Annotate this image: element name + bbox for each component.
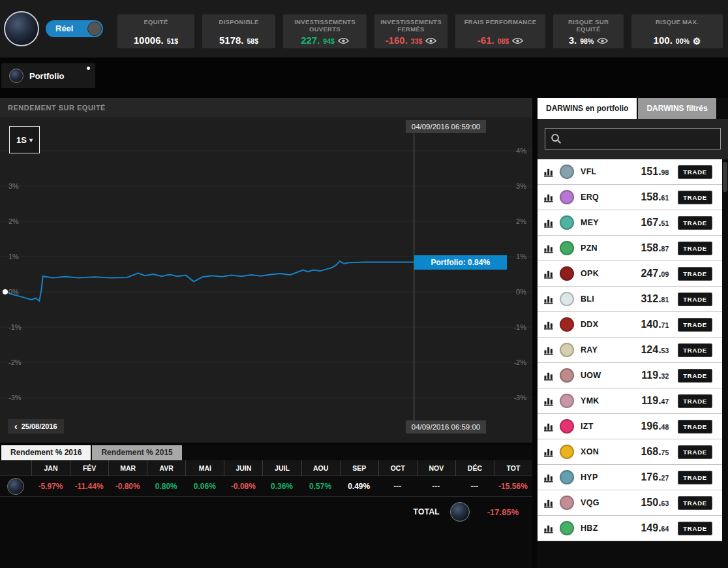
value-int: 3. — [569, 35, 577, 46]
returns-tabs: Rendement % 2016 Rendement % 2015 — [0, 445, 532, 460]
tab-returns-2015[interactable]: Rendement % 2015 — [92, 445, 181, 460]
stat-label: DISPONIBLE — [219, 18, 258, 25]
stat-label: EQUITÉ — [144, 18, 168, 25]
bar-chart-icon[interactable] — [544, 294, 554, 304]
darwin-avatar — [560, 292, 574, 306]
bar-chart-icon[interactable] — [544, 422, 554, 432]
bar-chart-icon[interactable] — [544, 447, 554, 457]
stat-value: 100.00%⚙ — [654, 35, 701, 46]
price-dec: 09 — [661, 270, 669, 278]
darwins-tabs: DARWINS en portfolio DARWINS filtrés — [538, 98, 728, 119]
bar-chart-icon[interactable] — [544, 244, 554, 253]
y-axis-tick: 0% — [8, 287, 19, 296]
bar-chart-icon[interactable] — [544, 269, 554, 279]
real-account-toggle[interactable]: Réel — [46, 20, 103, 37]
darwin-row[interactable]: MEY 167.51 TRADE — [538, 210, 722, 236]
tab-darwins-portfolio[interactable]: DARWINS en portfolio — [538, 98, 637, 119]
value-int: -160. — [386, 35, 408, 46]
nav-tab-row: Portfolio — [0, 57, 728, 98]
value-dec: 94$ — [323, 37, 335, 45]
bar-chart-icon[interactable] — [544, 320, 554, 330]
return-line-chart[interactable] — [0, 118, 532, 443]
chart-body[interactable]: 1S ▾ 04/09/2016 06:59:00 04/09/2016 06:5… — [0, 118, 532, 443]
price-int: 168. — [641, 446, 661, 457]
trade-button[interactable]: TRADE — [678, 420, 712, 434]
trade-button[interactable]: TRADE — [678, 267, 712, 281]
trade-button[interactable]: TRADE — [678, 165, 712, 179]
darwin-row[interactable]: PZN 158.87 TRADE — [538, 236, 722, 261]
darwin-row[interactable]: YMK 119.47 TRADE — [538, 388, 722, 414]
tab-returns-2016[interactable]: Rendement % 2016 — [1, 445, 91, 460]
header-stats: EQUITÉ 10006.51$ DISPONIBLE 5178.58$ INV… — [117, 9, 723, 48]
trade-button[interactable]: TRADE — [678, 292, 712, 306]
y-axis-tick: 2% — [516, 217, 526, 226]
price-int: 247. — [641, 268, 661, 279]
y-axis-tick: 1% — [8, 252, 19, 261]
price-dec: 48 — [661, 423, 669, 431]
trade-button[interactable]: TRADE — [678, 242, 712, 255]
darwin-row[interactable]: XON 168.75 TRADE — [538, 439, 722, 465]
returns-column-header: NOV — [417, 460, 455, 476]
darwin-row[interactable]: VQG 150.63 TRADE — [538, 490, 722, 516]
search-bar — [538, 119, 728, 159]
bar-chart-icon[interactable] — [544, 167, 554, 177]
trade-button[interactable]: TRADE — [678, 369, 712, 383]
search-input[interactable] — [545, 128, 721, 150]
period-selector[interactable]: 1S ▾ — [9, 126, 40, 153]
total-value: -17.85% — [480, 507, 526, 517]
darwin-ticker: MEY — [581, 218, 608, 227]
trade-button[interactable]: TRADE — [678, 394, 712, 408]
trade-button[interactable]: TRADE — [678, 471, 712, 484]
bar-chart-icon[interactable] — [544, 396, 554, 406]
darwin-row[interactable]: BLI 312.81 TRADE — [538, 287, 722, 312]
bar-chart-icon[interactable] — [544, 193, 554, 202]
eye-icon[interactable] — [425, 37, 436, 44]
darwin-row[interactable]: RAY 124.53 TRADE — [538, 338, 722, 363]
trade-button[interactable]: TRADE — [678, 216, 712, 230]
trade-button[interactable]: TRADE — [678, 496, 712, 510]
darwin-price: 176.27 — [627, 471, 669, 483]
darwin-row[interactable]: IZT 196.48 TRADE — [538, 414, 722, 439]
trade-button[interactable]: TRADE — [678, 343, 712, 357]
darwin-row[interactable]: OPK 247.09 TRADE — [538, 261, 722, 287]
darwin-row[interactable]: UOW 119.32 TRADE — [538, 363, 722, 388]
chevron-left-icon: ‹ — [14, 422, 18, 430]
y-axis-tick: -1% — [8, 323, 22, 332]
darwin-price: 158.61 — [627, 191, 669, 203]
scrollbar-thumb[interactable] — [723, 162, 727, 192]
trade-button[interactable]: TRADE — [678, 318, 712, 332]
tab-portfolio[interactable]: Portfolio — [1, 63, 95, 88]
bar-chart-icon[interactable] — [544, 371, 554, 381]
darwin-price: 119.32 — [627, 370, 669, 381]
user-avatar[interactable] — [4, 11, 39, 46]
price-dec: 32 — [661, 372, 669, 380]
tab-darwins-filtered[interactable]: DARWINS filtrés — [638, 98, 716, 119]
returns-column-header: JUIL — [262, 460, 301, 476]
darwin-row[interactable]: HYP 176.27 TRADE — [538, 465, 722, 490]
price-dec: 27 — [661, 474, 669, 482]
trade-button[interactable]: TRADE — [678, 445, 712, 459]
darwin-row[interactable]: HBZ 149.64 TRADE — [538, 516, 722, 541]
bar-chart-icon[interactable] — [544, 218, 554, 228]
darwin-row[interactable]: DDX 140.71 TRADE — [538, 312, 722, 338]
trade-button[interactable]: TRADE — [678, 191, 712, 204]
eye-icon[interactable] — [512, 37, 523, 44]
bar-chart-icon[interactable] — [544, 498, 554, 508]
eye-icon[interactable] — [338, 37, 349, 44]
bar-chart-icon[interactable] — [544, 345, 554, 355]
eye-icon[interactable] — [597, 37, 608, 44]
darwin-row[interactable]: ERQ 158.61 TRADE — [538, 185, 722, 210]
bar-chart-icon[interactable] — [544, 473, 554, 482]
gear-icon[interactable]: ⚙ — [693, 38, 701, 44]
trade-button[interactable]: TRADE — [678, 522, 712, 535]
bar-chart-icon[interactable] — [544, 524, 554, 533]
darwin-row[interactable]: VFL 151.98 TRADE — [538, 159, 722, 185]
date-back-button[interactable]: ‹ 25/08/2016 — [8, 419, 64, 434]
price-int: 196. — [641, 420, 661, 432]
price-dec: 75 — [661, 449, 669, 456]
stat-label: RISQUE SUR EQUITÉ — [558, 18, 618, 33]
notification-dot — [87, 67, 90, 70]
value-dec: 08$ — [498, 37, 509, 45]
price-int: 149. — [641, 522, 661, 533]
returns-cell: --- — [378, 482, 417, 491]
